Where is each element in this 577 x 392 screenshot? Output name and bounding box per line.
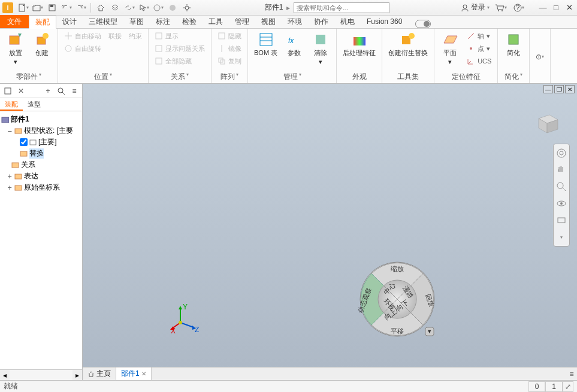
minimize-button[interactable]: — [537, 3, 548, 13]
create-button[interactable]: 创建 [30, 30, 54, 58]
svg-text:fx: fx [288, 37, 294, 45]
create-derived-button[interactable]: 创建衍生替换 [386, 30, 430, 58]
login-button[interactable]: 登录▾ [461, 2, 490, 13]
nav-lookat-icon[interactable] [555, 214, 568, 227]
open-icon[interactable]: ▾ [31, 2, 44, 14]
simplify-button[interactable]: 简化 [502, 30, 525, 58]
ribbon-expand-icon[interactable]: ⊙▾ [533, 51, 546, 63]
ucs-button[interactable]: UCS [464, 55, 494, 67]
constrain-button[interactable]: 约束 [126, 30, 144, 42]
copy-button[interactable]: 复制 [215, 55, 244, 67]
tab-assembly[interactable]: 装配 [29, 16, 56, 29]
show-button[interactable]: 显示 [152, 30, 207, 42]
scroll-right-icon[interactable]: ▸ [72, 370, 82, 380]
bom-button[interactable]: BOM 表 [252, 30, 280, 58]
vp-tab-doc[interactable]: 部件1✕ [116, 367, 152, 380]
link-icon[interactable]: ▾ [123, 2, 136, 14]
mirror-button[interactable]: 镜像 [215, 42, 244, 54]
nav-orbit-icon[interactable] [555, 197, 568, 210]
joint-button[interactable]: 联接 [106, 30, 124, 42]
parameters-button[interactable]: fx参数 [282, 30, 306, 58]
hide-button[interactable]: 隐藏 [215, 30, 244, 42]
settings-icon[interactable] [180, 2, 194, 14]
home-icon[interactable] [94, 2, 107, 14]
clear-button[interactable]: 清除▾ [309, 30, 333, 67]
tree-root[interactable]: 部件1 [1, 114, 81, 125]
toggle-switch[interactable] [415, 20, 431, 28]
nav-expand-icon[interactable]: ▾ [555, 230, 568, 244]
status-expand-icon[interactable]: ⤢ [563, 381, 573, 392]
tree-node[interactable]: [主要] [1, 136, 81, 148]
vp-close-icon[interactable]: ✕ [565, 85, 575, 93]
svg-rect-41 [15, 186, 22, 190]
tab-inspect[interactable]: 检验 [176, 15, 203, 28]
plane-button[interactable]: 平面▾ [438, 30, 462, 67]
browser-menu-icon[interactable]: ≡ [69, 86, 80, 96]
svg-rect-18 [219, 33, 225, 39]
help-icon[interactable]: ?▾ [512, 2, 525, 14]
tab-view[interactable]: 视图 [255, 15, 282, 28]
tab-manage[interactable]: 管理 [229, 15, 255, 28]
select-icon[interactable]: ▾ [137, 2, 150, 14]
tree-node[interactable]: −模型状态: [主要 [1, 125, 81, 136]
nav-pan-icon[interactable] [555, 163, 568, 177]
browser-tab-assembly[interactable]: 装配 [0, 98, 23, 111]
material-icon[interactable]: ▾ [152, 2, 165, 14]
svg-rect-48 [558, 218, 565, 223]
postprocess-button[interactable]: 后处理特征 [340, 30, 378, 58]
cart-icon[interactable]: ▾ [494, 2, 507, 14]
browser-tab-modeling[interactable]: 造型 [23, 98, 46, 111]
layers-icon[interactable] [108, 2, 122, 14]
hide-all-button[interactable]: 全部隐藏 [152, 55, 207, 67]
free-rotate-button[interactable]: 自由旋转 [62, 42, 104, 54]
close-icon[interactable]: ✕ [141, 370, 146, 377]
redo-icon[interactable]: ▾ [74, 2, 87, 14]
tab-design[interactable]: 设计 [56, 15, 83, 28]
svg-point-4 [170, 5, 176, 11]
tab-collaborate[interactable]: 协作 [308, 15, 334, 28]
new-icon[interactable]: ▾ [17, 2, 30, 14]
viewport-3d[interactable]: — ❐ ✕ ▾ [83, 84, 577, 367]
nav-wheel-icon[interactable] [555, 147, 568, 160]
ribbon-tabs: 文件 装配 设计 三维模型 草图 标注 检验 工具 管理 视图 环境 协作 机电… [0, 16, 577, 29]
tab-electromech[interactable]: 机电 [334, 15, 361, 28]
svg-point-33 [58, 88, 63, 93]
tab-fusion360[interactable]: Fusion 360 [361, 15, 408, 28]
point-button[interactable]: 点▾ [464, 42, 494, 54]
steering-wheel[interactable]: 缩放 平移 动态观察 回放 中心 漫游 向上/向下 环视 ▾ [358, 260, 436, 338]
nav-zoom-icon[interactable] [555, 180, 568, 193]
free-move-button[interactable]: 自由移动 [62, 30, 104, 42]
tree-checkbox[interactable] [20, 138, 28, 146]
close-button[interactable]: ✕ [564, 3, 575, 13]
tree-node[interactable]: +原始坐标系 [1, 182, 81, 193]
tab-environment[interactable]: 环境 [282, 15, 308, 28]
browser-doc-icon[interactable] [2, 86, 13, 96]
search-input[interactable] [294, 2, 389, 13]
vp-restore-icon[interactable]: ❐ [554, 85, 564, 93]
vp-tabs-menu-icon[interactable]: ≡ [566, 369, 577, 379]
browser-search-icon[interactable] [56, 86, 67, 96]
tree-node[interactable]: 关系 [1, 159, 81, 171]
tab-3dmodel[interactable]: 三维模型 [83, 15, 123, 28]
tab-annotate[interactable]: 标注 [150, 15, 176, 28]
show-sick-button[interactable]: 显示问题关系 [152, 42, 207, 54]
tab-sketch[interactable]: 草图 [123, 15, 150, 28]
maximize-button[interactable]: □ [551, 3, 561, 13]
save-icon[interactable] [46, 2, 59, 14]
scroll-left-icon[interactable]: ◂ [0, 370, 10, 380]
browser-hscroll[interactable]: ◂ ▸ [0, 369, 82, 380]
axis-button[interactable]: 轴▾ [464, 30, 494, 42]
tab-tools[interactable]: 工具 [203, 15, 229, 28]
tree-node[interactable]: +表达 [1, 171, 81, 182]
appearance-icon[interactable] [166, 2, 179, 14]
file-tab[interactable]: 文件 [0, 15, 29, 28]
svg-point-5 [185, 6, 189, 10]
vp-tab-home[interactable]: 主页 [83, 367, 116, 380]
browser-close-icon[interactable]: ✕ [16, 86, 26, 96]
place-button[interactable]: 放置▾ [4, 30, 28, 67]
tree-node[interactable]: 替换 [1, 148, 81, 159]
view-cube[interactable] [533, 108, 560, 135]
browser-add-icon[interactable]: + [43, 86, 53, 96]
undo-icon[interactable]: ▾ [60, 2, 73, 14]
vp-minimize-icon[interactable]: — [543, 85, 553, 93]
